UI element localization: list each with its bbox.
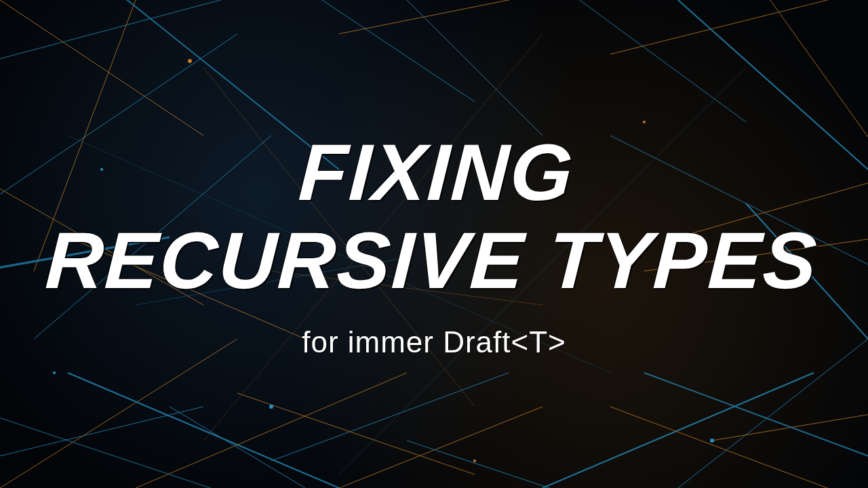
title-card: FIXING RECURSIVE TYPES for immer Draft<T… <box>0 0 868 488</box>
title-line-2: RECURSIVE TYPES <box>43 216 820 305</box>
title-line-1: FIXING <box>296 127 576 217</box>
subtitle: for immer Draft<T> <box>302 325 566 359</box>
main-title: FIXING RECURSIVE TYPES <box>43 129 825 305</box>
